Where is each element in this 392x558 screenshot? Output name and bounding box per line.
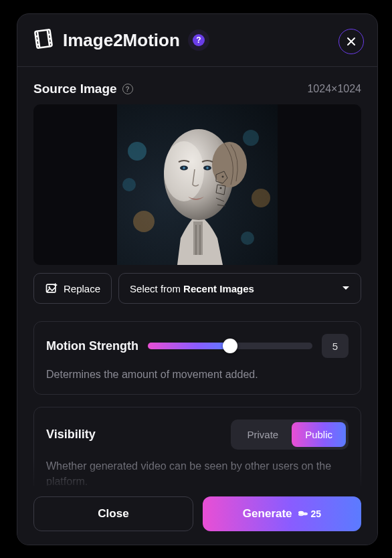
help-button[interactable]: ? [188,29,209,51]
svg-point-14 [133,211,155,232]
motion-value: 5 [322,334,349,358]
motion-strength-card: Motion Strength 5 Determines the amount … [33,321,361,395]
close-button[interactable]: Close [33,496,193,531]
svg-line-4 [36,40,39,41]
modal-body[interactable]: Source Image ? 1024×1024 [17,67,377,486]
visibility-card: Visibility Private Public Whether genera… [33,407,361,486]
info-icon[interactable]: ? [122,84,133,94]
close-icon [346,36,357,47]
select-prefix: Select from [130,283,183,294]
select-bold: Recent Images [183,283,254,294]
visibility-row: Visibility Private Public [46,420,349,450]
svg-point-25 [183,167,185,169]
replace-image-icon [45,282,58,295]
generate-button[interactable]: Generate 25 [203,496,361,531]
svg-point-15 [243,130,259,146]
svg-line-6 [48,34,51,35]
svg-line-7 [49,39,52,39]
svg-rect-18 [193,221,203,255]
select-text: Select from Recent Images [130,283,254,294]
svg-point-12 [128,142,146,161]
source-controls-row: Replace Select from Recent Images [33,273,361,304]
svg-point-27 [206,167,209,169]
svg-point-17 [241,231,254,245]
svg-line-8 [49,43,52,43]
svg-point-29 [220,187,222,189]
image2motion-modal: Image2Motion ? Source Image ? 1024×1024 [17,13,378,545]
close-modal-button[interactable] [338,29,364,54]
svg-point-16 [252,189,270,207]
svg-point-22 [212,142,247,187]
replace-label: Replace [64,283,100,294]
visibility-toggle: Private Public [231,420,349,450]
motion-slider-row: Motion Strength 5 [46,334,349,358]
replace-button[interactable]: Replace [33,273,112,304]
source-label: Source Image ? [33,82,133,96]
film-icon [33,29,54,52]
svg-point-38 [302,513,308,515]
credit-amount: 25 [311,508,322,519]
motion-desc: Determines the amount of movement added. [46,367,349,382]
source-label-text: Source Image [33,82,117,96]
image-dimensions: 1024×1024 [307,83,361,95]
slider-thumb[interactable] [223,339,237,353]
motion-slider[interactable] [148,343,312,349]
modal-footer: Close Generate 25 [17,486,377,545]
recent-images-select[interactable]: Select from Recent Images [118,273,361,304]
visibility-label: Visibility [46,428,96,442]
generate-label: Generate [243,507,292,521]
svg-line-3 [35,36,38,37]
chevron-down-icon [342,286,350,291]
slider-fill [148,343,230,349]
preview-image [117,104,278,265]
question-icon: ? [193,34,205,46]
svg-line-5 [37,44,39,45]
credit-cost: 25 [298,508,322,519]
visibility-private[interactable]: Private [233,422,292,447]
source-header-row: Source Image ? 1024×1024 [33,82,361,96]
modal-header: Image2Motion ? [17,14,377,67]
source-image-preview[interactable] [33,104,361,265]
motion-label: Motion Strength [46,339,138,353]
svg-point-13 [122,178,136,191]
svg-point-23 [164,141,204,201]
visibility-public[interactable]: Public [292,422,346,447]
svg-point-28 [222,176,224,178]
visibility-desc: Whether generated video can be seen by o… [46,459,349,486]
modal-title: Image2Motion [63,30,180,51]
coins-icon [298,510,308,518]
